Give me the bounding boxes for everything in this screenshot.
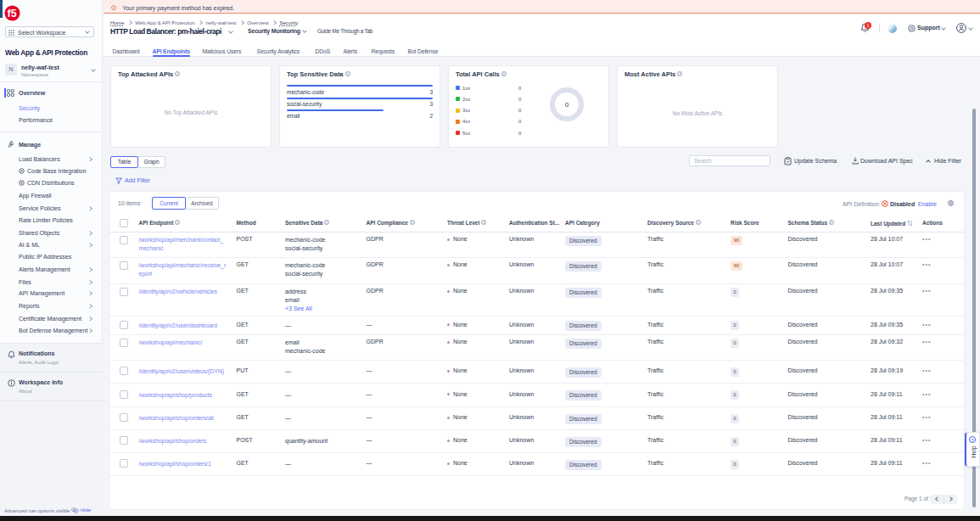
svg-text:f5: f5 <box>8 8 17 20</box>
